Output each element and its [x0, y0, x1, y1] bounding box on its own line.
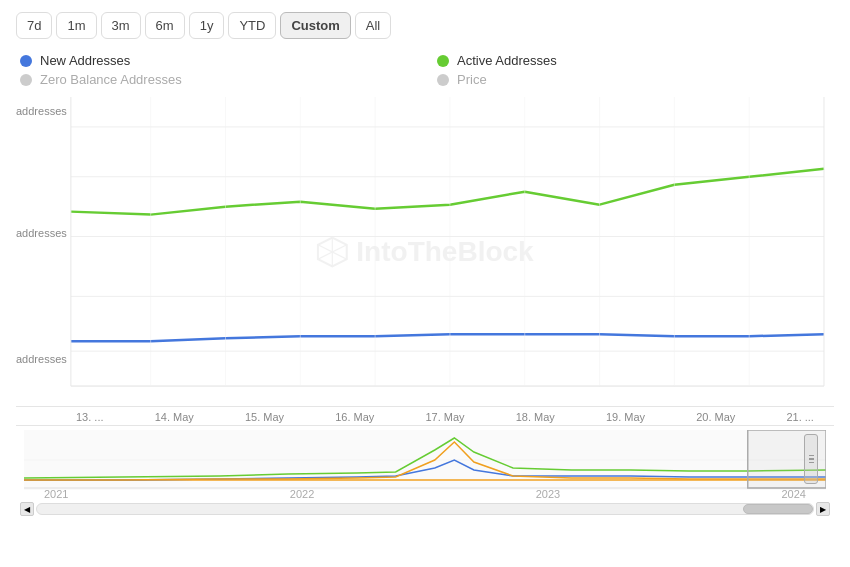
- x-label-0: 13. ...: [76, 411, 104, 423]
- btn-1y[interactable]: 1y: [189, 12, 225, 39]
- legend-label-active: Active Addresses: [457, 53, 557, 68]
- legend-dot-new: [20, 55, 32, 67]
- legend-zero-balance: Zero Balance Addresses: [20, 72, 413, 87]
- btn-custom[interactable]: Custom: [280, 12, 350, 39]
- btn-7d[interactable]: 7d: [16, 12, 52, 39]
- legend-dot-active: [437, 55, 449, 67]
- time-range-selector: 7d 1m 3m 6m 1y YTD Custom All: [16, 12, 834, 39]
- x-label-4: 17. May: [425, 411, 464, 423]
- chart-legend: New Addresses Active Addresses Zero Bala…: [16, 53, 834, 87]
- x-label-8: 21. ...: [786, 411, 814, 423]
- handle-line-1: [809, 455, 814, 457]
- x-label-3: 16. May: [335, 411, 374, 423]
- handle-line-2: [809, 458, 814, 460]
- mini-selector-handle[interactable]: [804, 434, 818, 484]
- btn-all[interactable]: All: [355, 12, 391, 39]
- x-label-1: 14. May: [155, 411, 194, 423]
- x-label-7: 20. May: [696, 411, 735, 423]
- legend-price: Price: [437, 72, 830, 87]
- main-chart-area: addresses addresses addresses IntoTheBlo…: [16, 97, 834, 407]
- mini-nav-area: [24, 430, 826, 490]
- btn-ytd[interactable]: YTD: [228, 12, 276, 39]
- legend-label-new: New Addresses: [40, 53, 130, 68]
- mini-chart-container: 2021 2022 2023 2024 ◀ ▶: [16, 425, 834, 515]
- x-label-6: 19. May: [606, 411, 645, 423]
- x-label-5: 18. May: [516, 411, 555, 423]
- scrollbar-container: ◀ ▶: [20, 502, 830, 516]
- legend-label-zero: Zero Balance Addresses: [40, 72, 182, 87]
- scroll-left-button[interactable]: ◀: [20, 502, 34, 516]
- legend-dot-zero: [20, 74, 32, 86]
- legend-dot-price: [437, 74, 449, 86]
- mini-chart-svg: [24, 430, 826, 490]
- main-container: 7d 1m 3m 6m 1y YTD Custom All New Addres…: [0, 0, 850, 567]
- main-chart-svg: [16, 97, 834, 406]
- btn-1m[interactable]: 1m: [56, 12, 96, 39]
- x-label-2: 15. May: [245, 411, 284, 423]
- scroll-right-button[interactable]: ▶: [816, 502, 830, 516]
- x-axis-labels: 13. ... 14. May 15. May 16. May 17. May …: [16, 407, 834, 423]
- legend-active-addresses: Active Addresses: [437, 53, 830, 68]
- scrollbar-track[interactable]: [36, 503, 814, 515]
- handle-line-3: [809, 462, 814, 464]
- legend-label-price: Price: [457, 72, 487, 87]
- scrollbar-thumb[interactable]: [743, 504, 813, 514]
- btn-3m[interactable]: 3m: [101, 12, 141, 39]
- btn-6m[interactable]: 6m: [145, 12, 185, 39]
- legend-new-addresses: New Addresses: [20, 53, 413, 68]
